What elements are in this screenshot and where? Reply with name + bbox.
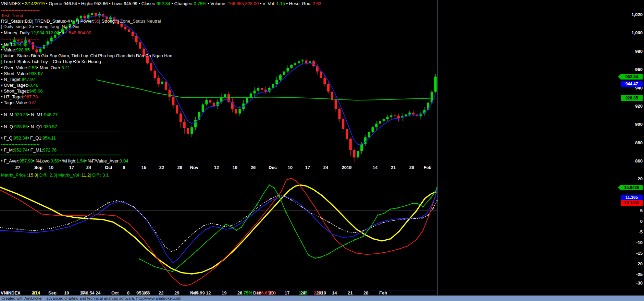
candle-body xyxy=(135,36,138,42)
candle-body xyxy=(50,38,53,41)
price-axis-tick: 880 xyxy=(615,140,643,145)
matrix-white-marker xyxy=(428,215,429,216)
ghost-date-label: Feb xyxy=(379,290,387,294)
info-line: -------------------------- xyxy=(1,8,40,13)
matrix-green-marker xyxy=(423,206,424,207)
text-segment: • +-: xyxy=(59,30,67,35)
candlestick-chart[interactable] xyxy=(0,0,644,165)
date-axis-label: 10 xyxy=(288,165,293,170)
matrix-white-marker xyxy=(347,231,348,232)
quote-header-segment: • Open= 946.54 • High= 953.66 • Low= 945… xyxy=(45,1,157,6)
matrix-white-marker xyxy=(195,231,196,232)
matrix-indicator-chart[interactable] xyxy=(0,171,644,290)
candle-body xyxy=(342,119,344,129)
text-segment: -------------------------- xyxy=(1,142,40,147)
matrix-white-marker xyxy=(231,225,232,226)
ghost-date-label: 8 xyxy=(127,290,129,294)
candle-body xyxy=(36,49,38,52)
candle-body xyxy=(153,71,156,78)
matrix-green-marker xyxy=(185,261,186,262)
text-segment: -------------------------- xyxy=(1,36,40,41)
info-line: • F_M:952.74• F_M1:972.76 xyxy=(1,147,57,153)
date-axis-label: Dec xyxy=(269,165,277,170)
info-line: Test_Trend: xyxy=(1,13,24,18)
quote-header-segment: 156,655,328.00 xyxy=(228,1,259,6)
matrix-green-marker xyxy=(286,212,287,213)
ghost-date-label: 10 xyxy=(64,290,69,294)
candle-body xyxy=(275,80,278,84)
text-segment: Zone_Status:Neutral xyxy=(120,19,161,24)
quote-header-segment: • Change= xyxy=(170,1,194,6)
text-segment: Trend_Status:Tich Luy _ Cho Thay Đôi Xu … xyxy=(3,59,101,64)
text-segment: • N_Q: xyxy=(1,124,14,129)
date-axis-label: 17 xyxy=(305,165,310,170)
matrix-green-marker xyxy=(320,257,321,258)
ghost-date-label: Sep xyxy=(48,290,57,294)
matrix-green-marker xyxy=(257,204,258,205)
info-line: • Over_Value:2.53• Max_Over:5.21 xyxy=(1,65,70,70)
matrix-green-marker xyxy=(390,208,391,209)
info-line: • N_Q:928.85• N_Q1:930.57 xyxy=(1,124,57,129)
candle-body xyxy=(95,13,97,16)
matrix-green-marker xyxy=(315,258,316,259)
ghost-date-label: Nov xyxy=(190,290,199,294)
text-segment: • F_Q: xyxy=(1,135,14,141)
text-segment: | Strong:*| xyxy=(99,19,120,24)
info-line: ========================================… xyxy=(1,153,121,158)
crosshair-line xyxy=(437,0,437,295)
text-segment: • %F/Value_Aver: xyxy=(85,158,120,164)
text-segment: 929.25 xyxy=(14,112,28,117)
candle-body xyxy=(84,16,86,19)
info-line: ========================================… xyxy=(1,130,121,135)
date-axis-label: 2019 xyxy=(342,165,352,170)
matrix-white-marker xyxy=(116,200,117,201)
date-axis-label: 19 xyxy=(233,165,237,170)
info-line: -------------------------- xyxy=(1,118,40,123)
matrix-white-marker xyxy=(210,223,211,224)
date-axis-label: 24 xyxy=(323,165,328,170)
matrix-white-marker xyxy=(260,205,261,206)
matrix-white-marker xyxy=(133,206,134,207)
candle-body xyxy=(290,65,293,68)
matrix-white-marker xyxy=(123,201,124,202)
candle-body xyxy=(235,109,237,113)
quote-header-segment: • Heso_Goc: xyxy=(285,1,312,6)
info-line: • Money_Daily:12,934,912.00• +-:-549,504… xyxy=(1,30,91,35)
info-line: | Daily_singal:Xu Huong Tang_Nam Giu xyxy=(1,24,79,29)
matrix-title-segment: 3.1 xyxy=(102,172,109,178)
candle-body xyxy=(320,71,322,78)
quote-header-segment: 1.15 xyxy=(276,1,285,6)
matrix-green-marker xyxy=(294,229,295,230)
matrix-title-segment: | Matrix_Vol : xyxy=(56,172,82,178)
matrix-title-segment: | Diff : xyxy=(90,172,102,178)
matrix-white-marker xyxy=(394,220,395,221)
matrix-white-marker xyxy=(414,218,415,219)
candle-body xyxy=(305,60,307,63)
matrix-green-marker xyxy=(139,258,140,260)
indicator-axis-tick: -25 xyxy=(615,272,643,277)
matrix-green-marker xyxy=(232,227,233,228)
badge-arrow-icon xyxy=(618,74,621,80)
ghost-date-label: 28 xyxy=(363,290,368,294)
candle-body xyxy=(383,119,385,121)
candle-body xyxy=(120,24,123,27)
text-segment: Test_Trend: xyxy=(1,13,24,18)
candle-body xyxy=(157,78,160,84)
matrix-red-line xyxy=(0,178,437,286)
text-segment: 928.85 xyxy=(16,47,30,52)
matrix-white-marker xyxy=(339,228,340,229)
candle-body xyxy=(412,113,414,115)
text-segment: • Short_Value: xyxy=(1,71,29,76)
quote-header-segment: • n_Vol: xyxy=(259,1,276,6)
ghost-date-label: 2019 xyxy=(316,290,326,294)
candle-body xyxy=(176,105,178,113)
matrix-green-marker xyxy=(215,233,216,234)
candle-body xyxy=(80,16,82,19)
text-segment: • Max_Over: xyxy=(37,65,62,70)
value-badge: 944.47 xyxy=(621,81,643,87)
date-axis-label: 17 xyxy=(69,165,74,170)
price-axis-tick: 1,000 xyxy=(615,30,643,35)
text-segment: • MT1: xyxy=(1,42,14,47)
matrix-green-line xyxy=(140,185,437,272)
quote-header-segment: 0.75% xyxy=(194,1,207,6)
